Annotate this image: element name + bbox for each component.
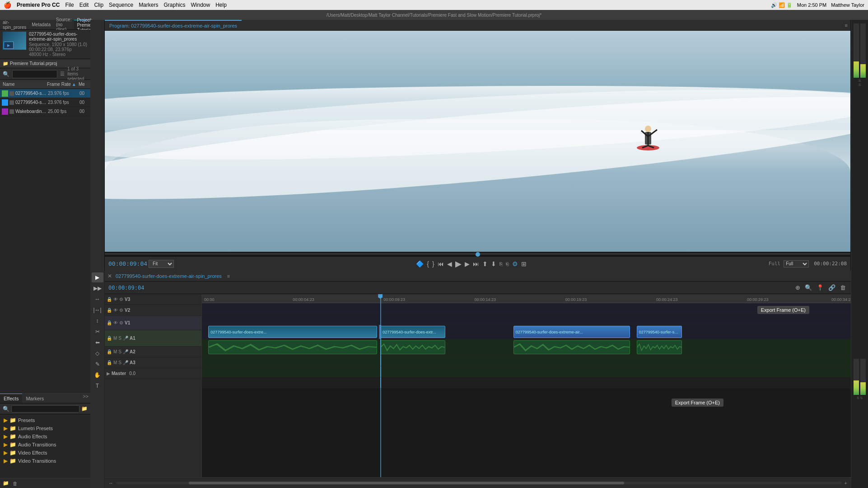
tl-tool-razor[interactable]: ✂ (92, 327, 103, 337)
video-clip-v1-3[interactable]: 027799540-surfer-does-extreme-air... (513, 326, 630, 338)
export-frame-btn[interactable]: ⊞ (520, 260, 527, 267)
effects-cat-video[interactable]: ▶ 📁 Video Effects (4, 449, 87, 457)
a2-solo-icon[interactable]: S (118, 349, 121, 354)
tl-tool-hand[interactable]: ✋ (92, 370, 103, 380)
lift-btn[interactable]: ⬆ (481, 260, 489, 267)
audio-clip-a1-1[interactable] (208, 340, 377, 354)
tl-snap[interactable]: 📍 (815, 284, 825, 291)
tl-tool-pen[interactable]: ✎ (92, 359, 103, 369)
timeline-scroll-thumb[interactable] (189, 482, 624, 484)
tl-tool-slide[interactable]: ◇ (92, 348, 103, 358)
add-marker-btn[interactable]: 🔷 (415, 260, 425, 267)
audio-clip-a1-3[interactable] (513, 340, 630, 354)
settings-btn[interactable]: ⚙ Export Frame (O+E) (511, 260, 519, 267)
fit-selector[interactable]: Fit 25% 50% 75% 100% (149, 260, 174, 268)
out-point-btn[interactable]: } (431, 260, 435, 267)
tl-linked[interactable]: 🔗 (827, 284, 837, 291)
tl-search[interactable]: 🔍 (803, 284, 813, 291)
a2-mute-icon[interactable]: M (113, 349, 117, 354)
scrubber-head[interactable] (476, 252, 480, 257)
tl-tool-roll[interactable]: |↔| (92, 305, 103, 315)
audio-clip-a1-4[interactable] (637, 340, 682, 354)
a3-mic-icon[interactable]: 🎤 (123, 360, 128, 365)
effects-cat-presets[interactable]: ▶ 📁 Presets (4, 416, 87, 424)
a1-mute-icon[interactable]: M (113, 336, 117, 341)
tab-air-spin[interactable]: air-spin_prores (0, 20, 29, 29)
goto-out-btn[interactable]: ⏭ (472, 260, 480, 267)
audio-clip-a1-2[interactable] (380, 340, 445, 354)
menu-graphics[interactable]: Graphics (163, 2, 185, 8)
effects-cat-lumetri[interactable]: ▶ 📁 Lumetri Presets (4, 424, 87, 432)
tl-delete[interactable]: 🗑 (839, 284, 847, 291)
v3-eye-icon[interactable]: 👁 (113, 297, 118, 302)
track-content-v1[interactable]: 027799540-surfer-does-extre... 027799540… (202, 325, 851, 339)
effects-cat-audio-trans[interactable]: ▶ 📁 Audio Transitions (4, 441, 87, 449)
v2-sync-icon[interactable]: ⚙ (119, 308, 123, 313)
goto-in-btn[interactable]: ⏮ (437, 260, 445, 267)
file-row-0[interactable]: 027799540-surfer-does-extreme-air-spin_p… (0, 89, 90, 98)
list-view-icon[interactable]: ☰ (60, 71, 65, 77)
v3-sync-icon[interactable]: ⚙ (119, 297, 123, 302)
extract-btn[interactable]: ⬇ (490, 260, 497, 267)
a3-mute-icon[interactable]: M (113, 360, 117, 365)
tl-tool-select[interactable]: ▶ (92, 272, 103, 282)
play-btn[interactable]: ▶ (454, 259, 462, 269)
v2-lock-icon[interactable]: 🔒 (107, 308, 112, 313)
scrubber-area[interactable] (105, 252, 850, 256)
tab-metadata[interactable]: Metadata (29, 20, 53, 29)
tl-bottom-add-icon[interactable]: + (845, 480, 847, 486)
a2-mic-icon[interactable]: 🎤 (123, 349, 128, 354)
menu-clip[interactable]: Clip (94, 2, 103, 8)
v2-eye-icon[interactable]: 👁 (113, 308, 118, 313)
file-row-1[interactable]: 027799540-surfer-does-extreme-air-spin_p… (0, 98, 90, 107)
step-back-btn[interactable]: ◀ (446, 260, 453, 267)
project-search-input[interactable] (12, 70, 57, 78)
insert-btn[interactable]: ⎘ (499, 261, 504, 267)
video-clip-v1-4[interactable]: 027799540-surfer-surf... (637, 326, 682, 338)
timeline-close-btn[interactable]: ✕ (107, 273, 112, 279)
menu-file[interactable]: File (65, 2, 74, 8)
menu-markers[interactable]: Markers (139, 2, 158, 8)
step-forward-btn[interactable]: ▶ (464, 260, 471, 267)
v1-eye-icon[interactable]: 👁 (113, 320, 118, 325)
in-point-btn[interactable]: { (426, 260, 430, 267)
tl-tool-slip[interactable]: ⬅ (92, 338, 103, 347)
tab-markers[interactable]: Markers (22, 394, 47, 403)
v1-sync-icon[interactable]: ⚙ (119, 320, 123, 325)
v1-lock-icon[interactable]: 🔒 (107, 320, 112, 325)
tab-effects[interactable]: Effects (0, 394, 22, 403)
menu-sequence[interactable]: Sequence (109, 2, 133, 8)
a1-mic-icon[interactable]: 🎤 (123, 336, 128, 341)
menu-help[interactable]: Help (215, 2, 227, 8)
a3-lock-icon[interactable]: 🔒 (107, 360, 112, 365)
a3-solo-icon[interactable]: S (118, 360, 121, 365)
tl-tool-track-select[interactable]: ▶▶ (92, 283, 103, 293)
video-clip-v1-2[interactable]: 027799540-surfer-does-extr... (380, 326, 445, 338)
tab-program[interactable]: Program: 027799540-surfer-does-extreme-a… (105, 20, 242, 30)
new-folder-icon[interactable]: 📁 (81, 406, 88, 412)
overwrite-btn[interactable]: ⎗ (505, 261, 510, 267)
effects-new-bin-icon[interactable]: 📁 (3, 480, 9, 486)
menu-app[interactable]: Premiere Pro CC (17, 2, 60, 8)
effects-panel-menu[interactable]: >> (81, 394, 90, 403)
tl-tool-ripple[interactable]: ↔ (92, 294, 103, 304)
file-row-2[interactable]: Wakeboarding - 914.mp4 25.00 fps 00 (0, 107, 90, 116)
a1-lock-icon[interactable]: 🔒 (107, 336, 112, 341)
tl-bottom-fit-icon[interactable]: ↔ (108, 480, 113, 486)
menu-window[interactable]: Window (191, 2, 210, 8)
tl-zoom-in[interactable]: ⊕ (794, 284, 802, 291)
tab-source[interactable]: Source: (no clips) (53, 20, 74, 29)
program-panel-menu[interactable]: ≡ (842, 23, 850, 28)
effects-delete-icon[interactable]: 🗑 (13, 481, 18, 486)
quality-selector[interactable]: Full Half Quarter (784, 260, 809, 267)
video-clip-v1-1[interactable]: 027799540-surfer-does-extre... (208, 326, 377, 338)
apple-menu[interactable]: 🍎 (4, 1, 11, 9)
tl-tool-rate[interactable]: ↕ (92, 316, 103, 326)
tl-tool-text[interactable]: T (92, 381, 103, 391)
effects-cat-video-trans[interactable]: ▶ 📁 Video Transitions (4, 457, 87, 465)
menu-edit[interactable]: Edit (79, 2, 89, 8)
timeline-settings-icon[interactable]: ≡ (227, 273, 230, 279)
timeline-scrollbar[interactable] (116, 482, 842, 484)
track-content-a1[interactable] (202, 339, 851, 356)
effects-cat-audio[interactable]: ▶ 📁 Audio Effects (4, 432, 87, 441)
